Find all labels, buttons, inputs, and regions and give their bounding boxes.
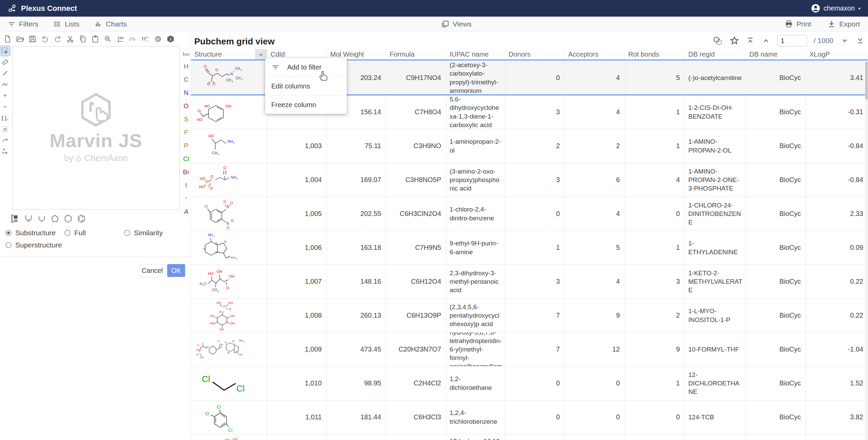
- radio-similarity[interactable]: [124, 230, 130, 236]
- new-document-icon[interactable]: [2, 34, 13, 44]
- element-F[interactable]: F: [182, 126, 191, 139]
- periodic-table-icon[interactable]: [182, 46, 191, 60]
- r-group-icon[interactable]: R: [0, 124, 10, 134]
- svg-text:2: 2: [233, 141, 235, 144]
- ok-button[interactable]: OK: [167, 264, 185, 277]
- cell-iupac: 17-hydroxy-10,13-dimethyl: [446, 434, 505, 440]
- search-mode-superstructure[interactable]: Superstructure: [5, 241, 62, 249]
- column-header-acceptors[interactable]: Acceptors: [565, 49, 625, 60]
- table-scrollbar[interactable]: [865, 61, 868, 440]
- cut-icon[interactable]: [65, 34, 76, 44]
- element-N[interactable]: N: [182, 86, 191, 99]
- template-cyclopentadiene-icon[interactable]: [37, 214, 47, 224]
- save-icon[interactable]: [27, 34, 38, 44]
- bond-tool-icon[interactable]: [0, 68, 10, 78]
- select-tool-icon[interactable]: [0, 46, 10, 56]
- element-P[interactable]: P: [182, 139, 191, 152]
- cell-rot_bonds: 5: [625, 61, 685, 95]
- clean-2d-icon[interactable]: 2D: [115, 34, 126, 44]
- chain-tool-icon[interactable]: [0, 79, 10, 89]
- open-icon[interactable]: [15, 34, 25, 44]
- reaction-arrow-icon[interactable]: +: [0, 146, 10, 157]
- table-row[interactable]: H3C HOOHOHOCH31,007148.16C6H12O42,3-dihy…: [191, 265, 868, 299]
- template-library-icon[interactable]: [10, 214, 20, 224]
- element-O[interactable]: O: [182, 99, 191, 113]
- copy-icon[interactable]: [77, 34, 88, 44]
- settings-gear-icon[interactable]: [153, 34, 163, 44]
- cell-xlogp: -1.04: [806, 333, 868, 366]
- cell-iupac: 1,2,4-trichlorobenzene: [446, 400, 505, 434]
- element-Br[interactable]: Br: [182, 165, 191, 179]
- template-cyclopentane-icon[interactable]: [50, 214, 60, 224]
- element-I[interactable]: I: [182, 179, 191, 192]
- column-header-formula[interactable]: Formula: [386, 49, 446, 60]
- menu-item-freeze-column[interactable]: Freeze column: [265, 95, 347, 114]
- menu-item-edit-columns[interactable]: Edit columns: [265, 77, 347, 95]
- marvin-canvas[interactable]: Marvin JS by ChemAxon: [12, 46, 180, 209]
- export-button[interactable]: Export: [827, 20, 860, 28]
- next-page-icon[interactable]: [840, 36, 849, 45]
- increase-charge-icon[interactable]: +: [0, 91, 10, 101]
- search-mode-full[interactable]: Full: [64, 229, 86, 237]
- table-row[interactable]: OHOOHO ON NNNN NH2OH1,009473.45C20H23N7O…: [191, 333, 868, 366]
- column-header-iupac[interactable]: IUPAC name: [446, 49, 505, 60]
- info-icon[interactable]: i: [165, 34, 176, 44]
- radio-full[interactable]: [64, 230, 71, 236]
- eraser-tool-icon[interactable]: [0, 57, 10, 67]
- scrollbar-thumb[interactable]: [865, 62, 868, 100]
- element-any-atom[interactable]: *: [182, 192, 191, 205]
- column-header-db_regid[interactable]: DB regid: [685, 49, 746, 60]
- search-mode-similarity[interactable]: Similarity: [124, 229, 163, 237]
- table-row[interactable]: CH3OH17-hydroxy-10,13-dimethyl: [191, 434, 868, 440]
- svg-text:OH: OH: [233, 438, 238, 440]
- last-page-icon[interactable]: [856, 36, 865, 45]
- template-pyrrole-icon[interactable]: N: [23, 214, 34, 224]
- first-page-icon[interactable]: [746, 36, 755, 45]
- column-header-xlogp[interactable]: XLogP: [806, 49, 868, 60]
- table-row[interactable]: HOOHHOOHOH PHOOHOO 1,008260.13C6H13O9P(2…: [191, 299, 868, 333]
- print-button[interactable]: Print: [785, 20, 811, 28]
- zoom-icon[interactable]: [102, 34, 113, 44]
- element-Cl[interactable]: Cl: [182, 152, 191, 165]
- decrease-charge-icon[interactable]: −: [0, 102, 10, 112]
- table-row[interactable]: O NH2OP HOHOO 1,004169.07C3H8NO5P(3-amin…: [191, 163, 868, 197]
- paste-icon[interactable]: [90, 34, 101, 44]
- column-header-donors[interactable]: Donors: [505, 49, 565, 60]
- table-row[interactable]: ClNOO NOO1,005202.55C6H3ClN2O41-chloro-2…: [191, 197, 868, 231]
- views-button[interactable]: Views: [441, 20, 472, 28]
- menu-item-add-to-filter[interactable]: Add to filter: [265, 58, 347, 77]
- element-H[interactable]: H: [182, 60, 191, 73]
- undo-icon[interactable]: [40, 34, 51, 44]
- element-A[interactable]: A: [182, 205, 191, 218]
- template-benzene-icon[interactable]: [76, 214, 86, 224]
- table-row[interactable]: HO NH2CH31,00375.11C3H9NO1-aminopropan-2…: [191, 129, 868, 163]
- user-menu[interactable]: chemaxon ▾: [811, 4, 861, 13]
- structure-view-icon[interactable]: [713, 36, 723, 46]
- radio-superstructure[interactable]: [5, 242, 12, 248]
- page-number-input[interactable]: [777, 35, 807, 46]
- cancel-button[interactable]: Cancel: [139, 264, 165, 277]
- column-header-db_name[interactable]: DB name: [746, 49, 806, 60]
- charts-button[interactable]: Charts: [94, 20, 127, 28]
- repeating-group-icon[interactable]: [ ] n: [0, 113, 10, 123]
- sprout-bond-icon[interactable]: [0, 135, 10, 145]
- column-header-structure[interactable]: Structure: [191, 49, 267, 60]
- template-cyclohexane-icon[interactable]: [63, 214, 73, 224]
- svg-text:OH: OH: [225, 104, 231, 108]
- favorite-star-icon[interactable]: [730, 36, 739, 45]
- abbreviated-group-icon[interactable]: -(?)-: [127, 34, 138, 44]
- column-header-rot_bonds[interactable]: Rot bonds: [625, 49, 685, 60]
- previous-page-icon[interactable]: [762, 36, 770, 45]
- element-S[interactable]: S: [182, 113, 191, 126]
- element-C[interactable]: C: [182, 73, 191, 86]
- table-row[interactable]: Cl Cl1,01098.95C2H4Cl21,2-dichloroethane…: [191, 366, 868, 400]
- search-mode-substructure[interactable]: Substructure: [5, 229, 56, 237]
- structure-column-menu-button[interactable]: [255, 49, 267, 60]
- table-row[interactable]: NH2NNNN CH31,006163.18C7H9N59-ethyl-9H-p…: [191, 231, 868, 265]
- lists-button[interactable]: Lists: [53, 20, 79, 28]
- radio-substructure[interactable]: [5, 230, 12, 236]
- redo-icon[interactable]: [52, 34, 63, 44]
- table-row[interactable]: ClClCl1,011181.44C6H3Cl31,2,4-trichlorob…: [191, 400, 868, 434]
- add-remove-hydrogens-icon[interactable]: H + −: [140, 34, 151, 44]
- filters-button[interactable]: Filters: [7, 20, 38, 28]
